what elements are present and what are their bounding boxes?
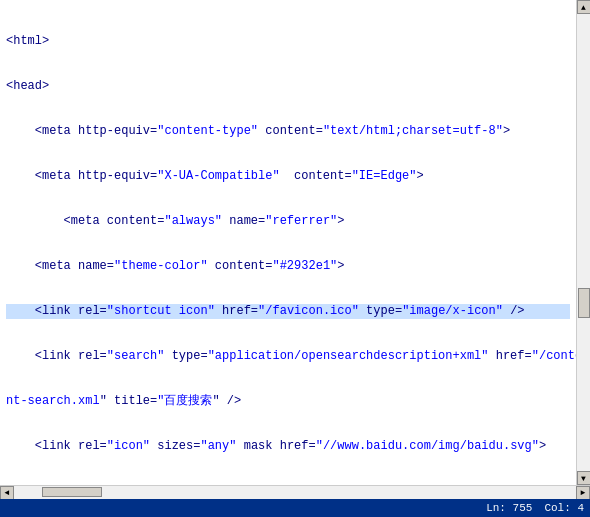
line-number-status: Ln: 755 xyxy=(486,502,532,514)
scroll-left-button[interactable]: ◄ xyxy=(0,486,14,500)
scroll-track-h[interactable] xyxy=(14,486,576,499)
vertical-scrollbar[interactable]: ▲ ▼ xyxy=(576,0,590,485)
scroll-down-button[interactable]: ▼ xyxy=(577,471,591,485)
code-line: <meta name="theme-color" content="#2932e… xyxy=(6,259,570,274)
scroll-right-button[interactable]: ► xyxy=(576,486,590,500)
code-content[interactable]: <html> <head> <meta http-equiv="content-… xyxy=(0,0,576,485)
code-line: <meta http-equiv="X-UA-Compatible" conte… xyxy=(6,169,570,184)
horizontal-scrollbar[interactable]: ◄ ► xyxy=(0,485,590,499)
code-line: <link rel="search" type="application/ope… xyxy=(6,349,570,364)
status-bar: Ln: 755 Col: 4 xyxy=(0,499,590,517)
scroll-thumb[interactable] xyxy=(578,288,590,318)
scroll-track[interactable] xyxy=(577,14,590,471)
scroll-up-button[interactable]: ▲ xyxy=(577,0,591,14)
code-line: <link rel="icon" sizes="any" mask href="… xyxy=(6,439,570,454)
code-line: <html> xyxy=(6,34,570,49)
editor-main: <html> <head> <meta http-equiv="content-… xyxy=(0,0,590,485)
code-line: <meta content="always" name="referrer"> xyxy=(6,214,570,229)
code-line xyxy=(6,484,570,485)
code-line: nt-search.xml" title="百度搜索" /> xyxy=(6,394,570,409)
col-number-status: Col: 4 xyxy=(544,502,584,514)
code-line: <head> xyxy=(6,79,570,94)
code-line-shortcut: <link rel="shortcut icon" href="/favicon… xyxy=(6,304,570,319)
code-line: <meta http-equiv="content-type" content=… xyxy=(6,124,570,139)
scroll-thumb-h[interactable] xyxy=(42,487,102,497)
